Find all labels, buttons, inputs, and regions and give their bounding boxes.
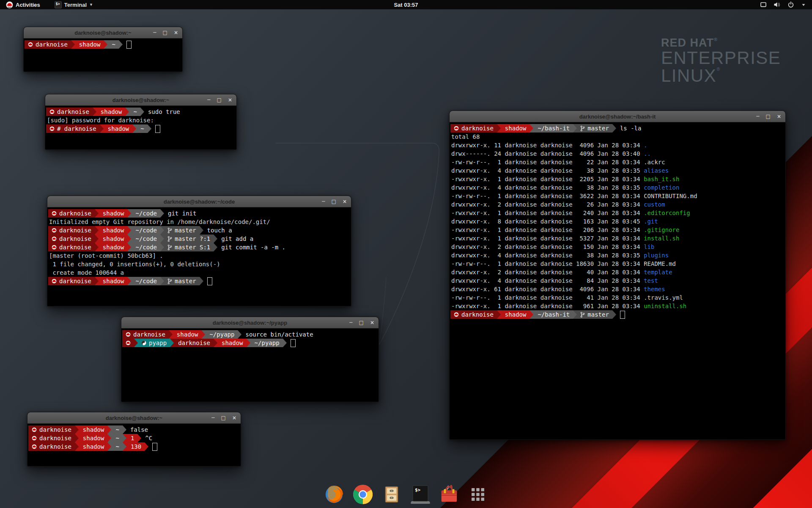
close-button[interactable]: × — [232, 415, 236, 420]
powerline-separator-icon — [95, 277, 99, 285]
terminal-content[interactable]: darknoiseshadow~/bash-itmasterls -latota… — [450, 122, 785, 320]
minimize-button[interactable]: ─ — [756, 114, 759, 119]
powerline-separator-icon — [107, 442, 111, 451]
maximize-button[interactable]: □ — [359, 320, 364, 325]
prompt-segment: darknoise — [450, 124, 497, 133]
minimize-button[interactable]: ─ — [153, 30, 156, 35]
window-titlebar[interactable]: darknoise@shadow:~ ─ □ × — [27, 412, 241, 424]
powerline-separator-icon — [529, 310, 533, 319]
powerline-separator-icon — [134, 339, 138, 347]
minimize-button[interactable]: ─ — [349, 320, 352, 325]
terminal-line: -rw-rw-r--. 1 darknoise darknoise 18630 … — [450, 260, 785, 268]
app-grid-icon[interactable] — [468, 484, 488, 505]
maximize-button[interactable]: □ — [163, 30, 167, 35]
prompt-segment: darknoise — [48, 243, 95, 251]
prompt-segment: darknoise — [122, 330, 169, 339]
powerline-separator-icon — [127, 277, 131, 285]
prompt-segment: ~/bash-it — [533, 310, 573, 319]
clock[interactable]: Sat 03:57 — [0, 2, 812, 8]
segment-label: ~ — [140, 125, 144, 132]
terminal-line: [sudo] password for darknoise: — [46, 116, 236, 124]
brand-line1: RED HAT® — [661, 37, 781, 49]
window-titlebar[interactable]: darknoise@shadow:~/pyapp ─ □ × — [121, 317, 379, 329]
window-titlebar[interactable]: darknoise@shadow:~/code ─ □ × — [47, 196, 351, 207]
chevron-down-icon[interactable] — [801, 2, 806, 7]
prompt-segment: darknoise — [46, 108, 93, 116]
screen-icon[interactable] — [760, 1, 767, 8]
toolbox-icon[interactable] — [439, 484, 459, 505]
close-button[interactable]: × — [370, 320, 374, 325]
powerline-separator-icon — [140, 108, 144, 116]
terminal-line: -rwxrwxr-x. 1 darknoise darknoise 5327 J… — [450, 234, 785, 243]
minimize-button[interactable]: ─ — [207, 97, 210, 102]
activities-button[interactable]: Activities — [3, 0, 43, 9]
volume-icon[interactable] — [774, 1, 781, 8]
segment-label: master S:1 — [175, 244, 210, 251]
minimize-button[interactable]: ─ — [322, 199, 325, 204]
segment-label: ~ — [112, 41, 115, 48]
window-titlebar[interactable]: darknoise@shadow:~ ─ □ × — [45, 94, 236, 106]
powerline-separator-icon — [214, 339, 217, 347]
segment-label: shadow — [103, 244, 124, 251]
segment-label: darknoise — [39, 435, 71, 442]
maximize-button[interactable]: □ — [221, 415, 226, 420]
segment-label: darknoise — [59, 210, 91, 217]
powerline-separator-icon — [95, 235, 99, 243]
segment-label: shadow — [505, 311, 527, 318]
maximize-button[interactable]: □ — [332, 199, 336, 204]
terminal-line: drwxrwxr-x. 4 darknoise darknoise 38 Jan… — [450, 251, 785, 260]
output-text: Initialized empty Git repository in /hom… — [49, 218, 270, 225]
window-titlebar[interactable]: darknoise@shadow:~ ─ □ × — [24, 27, 182, 39]
output-text: uninstall.sh — [644, 303, 686, 309]
powerline-separator-icon — [71, 40, 75, 49]
terminal-line: darknoiseshadow~/pyappsource bin/activat… — [122, 330, 378, 339]
firefox-icon[interactable] — [324, 484, 344, 505]
terminal-cursor — [152, 443, 157, 451]
powerline-separator-icon — [107, 434, 111, 442]
segment-label: ~ — [115, 443, 119, 450]
prompt-segment: ~ — [136, 124, 147, 133]
prompt-segment: 130 — [126, 442, 145, 451]
terminal-line: drwxrwxr-x. 4 darknoise darknoise 38 Jan… — [450, 166, 785, 175]
output-text: -rw-rw-r--. 1 darknoise darknoise 3622 J… — [451, 193, 644, 199]
output-text: themes — [644, 286, 665, 293]
terminal-content[interactable]: darknoiseshadow~/codegit initInitialized… — [47, 207, 351, 286]
window-titlebar[interactable]: darknoise@shadow:~/bash-it ─ □ × — [450, 111, 785, 122]
redhat-icon — [49, 109, 55, 114]
chrome-icon[interactable] — [353, 484, 373, 505]
redhat-icon — [28, 42, 33, 47]
file-manager-icon[interactable] — [381, 484, 402, 505]
close-button[interactable]: × — [343, 199, 347, 204]
terminal-dock-icon[interactable]: $> — [410, 484, 431, 505]
output-text: completion — [644, 184, 679, 191]
prompt-segment: ~/pyapp — [205, 330, 238, 339]
prompt-segment: master — [577, 124, 612, 133]
prompt-segment: ~ — [107, 40, 118, 49]
terminal-content[interactable]: darknoiseshadow~ — [24, 39, 182, 50]
power-icon[interactable] — [787, 1, 794, 8]
maximize-button[interactable]: □ — [217, 97, 222, 102]
segment-label: shadow — [108, 125, 129, 132]
terminal-content[interactable]: darknoiseshadow~sudo true[sudo] password… — [45, 106, 236, 134]
close-button[interactable]: × — [777, 114, 781, 119]
terminal-content[interactable]: darknoiseshadow~/pyappsource bin/activat… — [121, 329, 379, 348]
command-text: git add a — [217, 235, 253, 243]
terminal-line: darknoiseshadow~/codemaster ?:1git add a — [48, 235, 350, 243]
close-button[interactable]: × — [174, 30, 178, 35]
redhat-icon — [52, 211, 57, 216]
terminal-content[interactable]: darknoiseshadow~falsedarknoiseshadow~1^C… — [27, 424, 241, 452]
segment-label: darknoise — [59, 235, 91, 242]
powerline-separator-icon — [127, 209, 131, 218]
close-button[interactable]: × — [228, 97, 232, 102]
branch-icon — [580, 312, 585, 318]
maximize-button[interactable]: □ — [766, 114, 771, 119]
output-text: drwxrwxr-x. 11 darknoise darknoise 4096 … — [451, 142, 644, 149]
minimize-button[interactable]: ─ — [211, 415, 214, 420]
output-text: .gitignore — [644, 226, 679, 233]
window-title: darknoise@shadow:~/code — [164, 199, 235, 205]
app-menu-terminal[interactable]: $> Terminal ▼ — [51, 0, 96, 9]
output-text: drwxrwxr-x. 2 darknoise darknoise 26 Jan… — [451, 201, 644, 208]
segment-label: darknoise — [36, 41, 68, 48]
segment-label: darknoise — [39, 443, 71, 450]
terminal-cursor — [207, 277, 212, 285]
